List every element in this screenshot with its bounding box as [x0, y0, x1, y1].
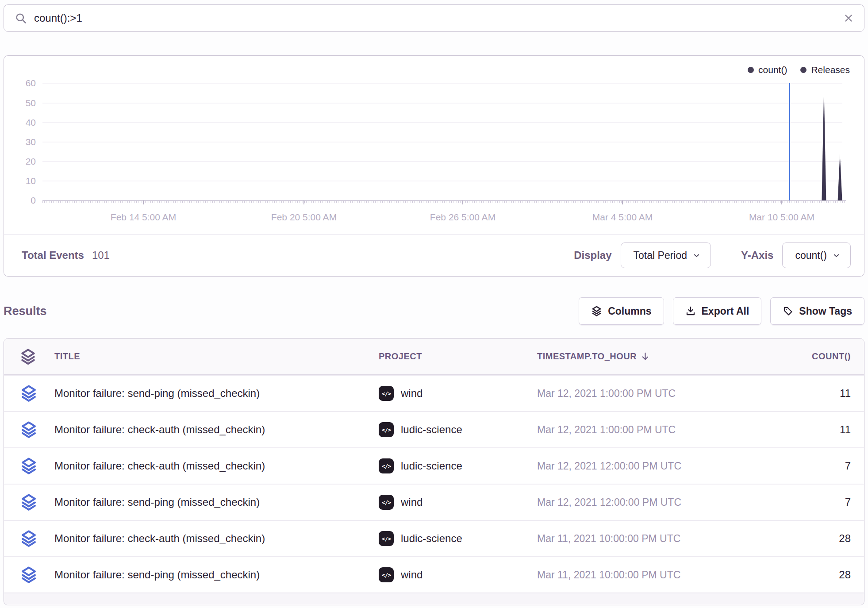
table-row[interactable]: Monitor failure: send-ping (missed_check… — [4, 484, 864, 520]
project-cell: </> wind — [379, 567, 537, 582]
table-row[interactable]: Monitor failure: check-auth (missed_chec… — [4, 520, 864, 556]
project-name: ludic-science — [401, 460, 462, 472]
count-cell: 28 — [755, 532, 864, 545]
timestamp-cell: Mar 12, 2021 12:00:00 PM UTC — [537, 460, 755, 472]
total-events: Total Events 101 — [22, 249, 110, 262]
stack-icon — [20, 384, 38, 403]
yaxis-dropdown[interactable]: count() — [782, 242, 851, 268]
export-all-button[interactable]: Export All — [673, 297, 762, 325]
count-cell: 11 — [755, 387, 864, 400]
stack-icon — [20, 529, 38, 548]
show-tags-button[interactable]: Show Tags — [770, 297, 864, 325]
timestamp-cell: Mar 11, 2021 10:00:00 PM UTC — [537, 533, 755, 545]
x-axis-tick: Mar 10 5:00 AM — [749, 212, 814, 222]
timestamp-cell: Mar 12, 2021 12:00:00 PM UTC — [537, 496, 755, 508]
stack-icon — [20, 457, 38, 475]
chart-legend: count() Releases — [748, 65, 850, 75]
project-cell: </> wind — [379, 495, 537, 510]
event-title-link[interactable]: Monitor failure: check-auth (missed_chec… — [54, 423, 379, 436]
column-header-title[interactable]: TITLE — [54, 351, 379, 362]
legend-item-count[interactable]: count() — [748, 65, 787, 75]
legend-dot-icon — [800, 67, 807, 73]
display-dropdown-value: Total Period — [634, 250, 687, 262]
project-name: wind — [401, 387, 422, 400]
project-cell: </> ludic-science — [379, 458, 537, 473]
legend-label: count() — [758, 65, 787, 75]
project-cell: </> wind — [379, 386, 537, 401]
stack-icon — [20, 493, 38, 512]
y-axis-tick: 50 — [26, 98, 36, 108]
y-axis-tick: 10 — [26, 176, 36, 186]
columns-button[interactable]: Columns — [579, 297, 664, 325]
column-header-project[interactable]: PROJECT — [379, 351, 537, 362]
chevron-down-icon — [692, 251, 701, 260]
sort-desc-arrow-icon — [640, 351, 650, 362]
event-title-link[interactable]: Monitor failure: send-ping (missed_check… — [54, 387, 379, 400]
y-axis-tick: 30 — [26, 137, 36, 147]
search-input[interactable] — [34, 12, 843, 24]
timestamp-cell: Mar 11, 2021 10:00:00 PM UTC — [537, 569, 755, 581]
show-tags-button-label: Show Tags — [799, 305, 852, 317]
chart-svg: 60 50 40 30 20 10 0 Feb 14 5:00 AM Feb 2… — [4, 56, 864, 234]
display-dropdown[interactable]: Total Period — [621, 242, 711, 268]
x-axis-tick: Feb 26 5:00 AM — [430, 212, 495, 222]
yaxis-dropdown-value: count() — [795, 250, 827, 262]
project-name: wind — [401, 496, 422, 508]
count-cell: 7 — [755, 460, 864, 472]
display-label: Display — [574, 249, 611, 262]
project-cell: </> ludic-science — [379, 531, 537, 546]
column-header-label: COUNT() — [812, 351, 851, 362]
y-axis-tick: 0 — [31, 195, 36, 205]
results-header-row: Results Columns Export All Show Tags — [4, 297, 864, 325]
stack-icon — [20, 420, 38, 439]
table-row[interactable]: Monitor failure: send-ping (missed_check… — [4, 556, 864, 593]
x-axis-tick: Feb 20 5:00 AM — [271, 212, 337, 222]
count-series-spike — [838, 154, 842, 200]
count-cell: 11 — [755, 423, 864, 436]
project-platform-icon: </> — [379, 495, 394, 510]
discover-page: count() Releases 60 50 40 30 20 10 0 — [0, 0, 868, 605]
legend-dot-icon — [748, 67, 754, 73]
events-chart-panel: count() Releases 60 50 40 30 20 10 0 — [4, 55, 864, 277]
x-axis-tick: Feb 14 5:00 AM — [111, 212, 176, 222]
clear-search-icon[interactable] — [843, 12, 854, 24]
table-footer — [4, 593, 864, 605]
count-cell: 7 — [755, 496, 864, 508]
column-header-label: TITLE — [54, 351, 80, 362]
table-header: TITLE PROJECT TIMESTAMP.TO_HOUR COUNT() — [4, 339, 864, 375]
column-header-count[interactable]: COUNT() — [755, 351, 864, 362]
project-platform-icon: </> — [379, 422, 394, 437]
project-name: ludic-science — [401, 532, 462, 545]
count-cell: 28 — [755, 569, 864, 581]
search-bar — [4, 4, 864, 32]
stack-icon — [20, 348, 36, 366]
columns-button-label: Columns — [608, 305, 651, 317]
total-events-label: Total Events — [22, 249, 84, 262]
y-axis-tick: 40 — [26, 117, 36, 127]
count-series-spike — [822, 87, 826, 200]
column-header-timestamp[interactable]: TIMESTAMP.TO_HOUR — [537, 351, 755, 362]
x-axis-tick: Mar 4 5:00 AM — [592, 212, 653, 222]
table-row[interactable]: Monitor failure: check-auth (missed_chec… — [4, 447, 864, 484]
table-row[interactable]: Monitor failure: send-ping (missed_check… — [4, 375, 864, 411]
chart-footer: Total Events 101 Display Total Period Y-… — [4, 234, 864, 276]
event-title-link[interactable]: Monitor failure: check-auth (missed_chec… — [54, 532, 379, 545]
layers-icon — [591, 305, 602, 317]
project-name: wind — [401, 569, 422, 581]
legend-item-releases[interactable]: Releases — [800, 65, 850, 75]
y-axis-tick: 20 — [26, 156, 36, 166]
stack-icon — [20, 566, 38, 584]
results-heading: Results — [4, 304, 47, 318]
column-header-label: PROJECT — [379, 351, 422, 362]
tag-icon — [783, 306, 793, 316]
legend-label: Releases — [811, 65, 850, 75]
event-title-link[interactable]: Monitor failure: send-ping (missed_check… — [54, 569, 379, 581]
project-platform-icon: </> — [379, 386, 394, 401]
event-stack-column-icon — [4, 348, 54, 366]
event-title-link[interactable]: Monitor failure: send-ping (missed_check… — [54, 496, 379, 508]
event-title-link[interactable]: Monitor failure: check-auth (missed_chec… — [54, 460, 379, 472]
results-table: TITLE PROJECT TIMESTAMP.TO_HOUR COUNT() … — [4, 338, 864, 605]
timestamp-cell: Mar 12, 2021 1:00:00 PM UTC — [537, 388, 755, 400]
table-row[interactable]: Monitor failure: check-auth (missed_chec… — [4, 411, 864, 447]
project-cell: </> ludic-science — [379, 422, 537, 437]
